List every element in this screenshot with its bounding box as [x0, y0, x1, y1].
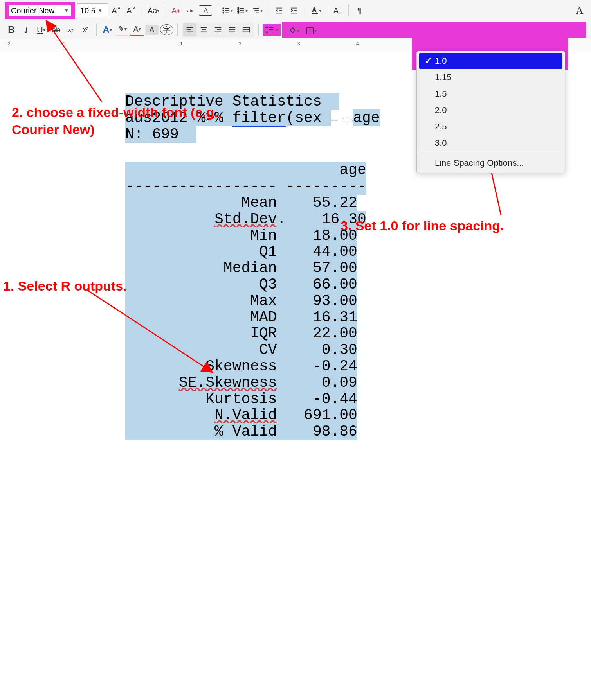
- align-center-button[interactable]: [197, 23, 211, 36]
- annotation-step3: 3. Set 1.0 for line spacing.: [341, 217, 504, 234]
- chevron-down-icon: ▼: [98, 8, 103, 13]
- stats-row: Median 57.00: [125, 260, 357, 276]
- svg-point-0: [223, 8, 224, 9]
- increase-indent-button[interactable]: [287, 4, 301, 17]
- ruler-number: 2: [8, 41, 11, 47]
- align-right-button[interactable]: [211, 23, 225, 36]
- multilevel-list-button[interactable]: ▾: [250, 4, 264, 17]
- font-size-value: 10.5: [80, 6, 95, 15]
- align-left-button[interactable]: [183, 23, 196, 36]
- pilcrow-button[interactable]: ¶: [353, 4, 366, 17]
- separator: [177, 24, 178, 36]
- numbered-list-button[interactable]: 123 ▾: [235, 4, 249, 17]
- character-border-button[interactable]: A: [199, 5, 212, 16]
- phonetic-guide-button[interactable]: abc: [184, 4, 197, 17]
- stats-row: Q1 44.00: [125, 243, 357, 260]
- chevron-down-icon: ▾: [157, 8, 159, 13]
- stats-row: Min 18.00: [125, 227, 357, 244]
- font-name-value: Courier New: [11, 6, 54, 15]
- line-spacing-option-2-5[interactable]: 2.5: [417, 118, 565, 135]
- justify-button[interactable]: [225, 23, 239, 36]
- stats-header: age: [125, 162, 366, 178]
- line-spacing-more-options[interactable]: Line Spacing Options...: [417, 155, 565, 171]
- separator: [216, 5, 216, 16]
- svg-point-2: [223, 10, 224, 11]
- ruler-number: 4: [356, 41, 359, 47]
- font-name-select[interactable]: Courier New ▼: [5, 2, 75, 19]
- alignment-group: [182, 22, 254, 37]
- char-shading-button[interactable]: A: [145, 25, 159, 35]
- separator: [258, 24, 259, 36]
- stats-row: % Valid 98.86: [125, 423, 357, 440]
- clear-formatting-button[interactable]: A◈: [169, 4, 182, 17]
- line-spacing-option-1[interactable]: 1.0: [419, 53, 562, 69]
- separator: [348, 5, 349, 16]
- shading-button[interactable]: ▾: [287, 24, 301, 38]
- stats-row: Std.Dev. 16.30: [125, 211, 366, 228]
- line-spacing-option-1-5[interactable]: 1.5: [417, 86, 565, 102]
- ruler-number: 3: [297, 41, 300, 47]
- separator: [305, 5, 305, 16]
- arrow-to-output: [82, 285, 219, 381]
- ruler-number: 2: [239, 41, 241, 47]
- italic-button[interactable]: I: [20, 23, 33, 36]
- styles-button[interactable]: A: [573, 4, 586, 17]
- svg-line-50: [86, 289, 211, 372]
- bullet-list-button[interactable]: ▾: [220, 4, 234, 17]
- line-spacing-button[interactable]: ▾: [263, 24, 281, 36]
- chevron-down-icon: ▾: [139, 26, 141, 32]
- line-spacing-dropdown: 1.0 1.15 1.5 2.0 2.5 3.0 Line Spacing Op…: [416, 51, 565, 173]
- sort-button[interactable]: A↓: [331, 4, 344, 17]
- stats-divider: ----------------- ---------: [125, 178, 366, 195]
- distributed-button[interactable]: [240, 23, 253, 36]
- text-direction-button[interactable]: A ▾: [309, 4, 323, 17]
- toolbar-row-1: Courier New ▼ 10.5 ▼ A˄ A˅ Aa ▾ A◈ abc A…: [5, 2, 586, 19]
- svg-text:A: A: [313, 7, 316, 13]
- separator: [165, 5, 165, 16]
- decrease-indent-button[interactable]: [272, 4, 286, 17]
- chevron-down-icon: ▼: [64, 8, 69, 13]
- stats-row: Kurtosis -0.44: [125, 391, 357, 407]
- borders-button[interactable]: ▾: [304, 24, 318, 38]
- separator: [268, 5, 268, 16]
- line-spacing-option-1-15[interactable]: 1.15: [417, 69, 565, 86]
- change-case-button[interactable]: Aa ▾: [146, 4, 161, 17]
- list-buttons-group: ▾ 123 ▾ ▾: [220, 4, 264, 17]
- line-spacing-option-2[interactable]: 2.0: [417, 102, 565, 118]
- annotation-step2: 2. choose a fixed-width font (e.g., Cour…: [12, 104, 222, 138]
- chevron-down-icon: ▾: [245, 8, 248, 13]
- chevron-down-icon: ▾: [319, 8, 321, 13]
- dropdown-separator: [417, 153, 565, 153]
- stats-row: N.Valid 691.00: [125, 407, 357, 424]
- font-color-button[interactable]: A ▾: [130, 23, 144, 36]
- chevron-down-icon: ▾: [124, 26, 127, 32]
- chevron-down-icon: ▾: [314, 28, 317, 34]
- svg-line-46: [51, 27, 102, 102]
- chevron-down-icon: ▾: [297, 28, 299, 34]
- separator: [142, 5, 142, 16]
- svg-point-4: [223, 12, 224, 13]
- separator: [327, 5, 327, 16]
- enclose-char-button[interactable]: 字: [160, 24, 173, 35]
- arrow-to-font: [43, 20, 121, 107]
- ruler-number: 1: [180, 41, 183, 47]
- chevron-down-icon: ▾: [231, 8, 233, 13]
- line-spacing-option-3[interactable]: 3.0: [417, 135, 565, 151]
- annotation-step1: 1. Select R outputs.: [3, 277, 127, 294]
- chevron-down-icon: ▾: [260, 8, 263, 13]
- grow-font-button[interactable]: A˄: [110, 4, 123, 17]
- shrink-font-button[interactable]: A˅: [124, 4, 138, 17]
- stats-row: Mean 55.22: [125, 194, 357, 211]
- bold-button[interactable]: B: [5, 23, 18, 36]
- font-size-select[interactable]: 10.5 ▼: [77, 3, 108, 18]
- svg-text:3: 3: [238, 11, 239, 14]
- chevron-down-icon: ▾: [276, 27, 278, 32]
